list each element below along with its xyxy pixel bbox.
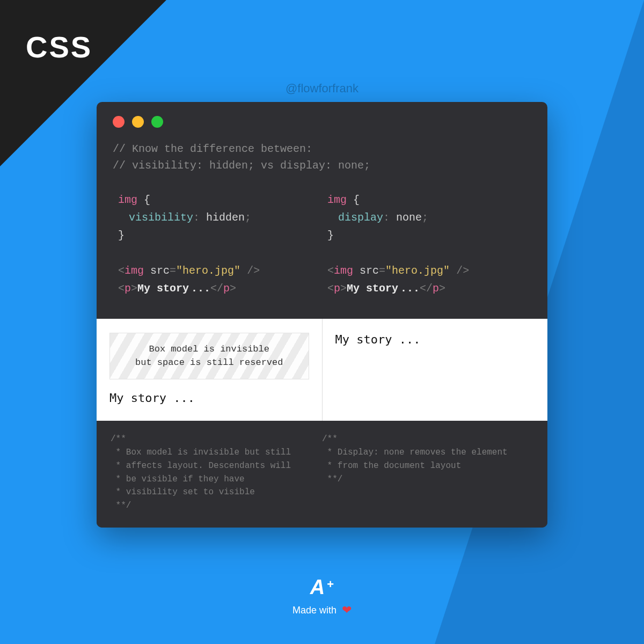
author-handle: @flowforfrank xyxy=(286,82,358,96)
reserved-space-placeholder: Box model is invisible but space is stil… xyxy=(109,333,309,379)
logo-plus: + xyxy=(327,577,334,591)
footnotes: /** * Box model is invisible but still *… xyxy=(97,421,547,528)
footnote-left: /** * Box model is invisible but still *… xyxy=(111,433,322,513)
code-window: // Know the difference between: // visib… xyxy=(97,102,547,528)
window-titlebar xyxy=(97,102,547,137)
story-text-right: My story ... xyxy=(335,333,535,346)
story-text-left: My story ... xyxy=(109,391,309,405)
code-left: img { visibility: hidden; } <img src="he… xyxy=(113,191,322,297)
footnote-right: /** * Display: none removes the element … xyxy=(322,433,533,513)
intro-comments: // Know the difference between: // visib… xyxy=(97,137,547,186)
demo-display-none: My story ... xyxy=(323,319,548,421)
code-right: img { display: none; } <img src="hero.jp… xyxy=(322,191,531,297)
logo-letter: A xyxy=(310,576,324,599)
close-icon xyxy=(113,116,125,128)
code-columns: img { visibility: hidden; } <img src="he… xyxy=(97,186,547,319)
heart-icon: ❤ xyxy=(342,603,352,617)
logo: A + xyxy=(292,576,352,599)
corner-label: CSS xyxy=(26,30,92,64)
demo-visibility: Box model is invisible but space is stil… xyxy=(97,319,323,421)
footer: A + Made with ❤ xyxy=(292,576,352,617)
comment-line: // visibility: hidden; vs display: none; xyxy=(113,157,531,174)
maximize-icon xyxy=(151,116,163,128)
comment-line: // Know the difference between: xyxy=(113,141,531,157)
minimize-icon xyxy=(132,116,144,128)
demo-output: Box model is invisible but space is stil… xyxy=(97,319,547,421)
made-with: Made with ❤ xyxy=(292,603,352,617)
